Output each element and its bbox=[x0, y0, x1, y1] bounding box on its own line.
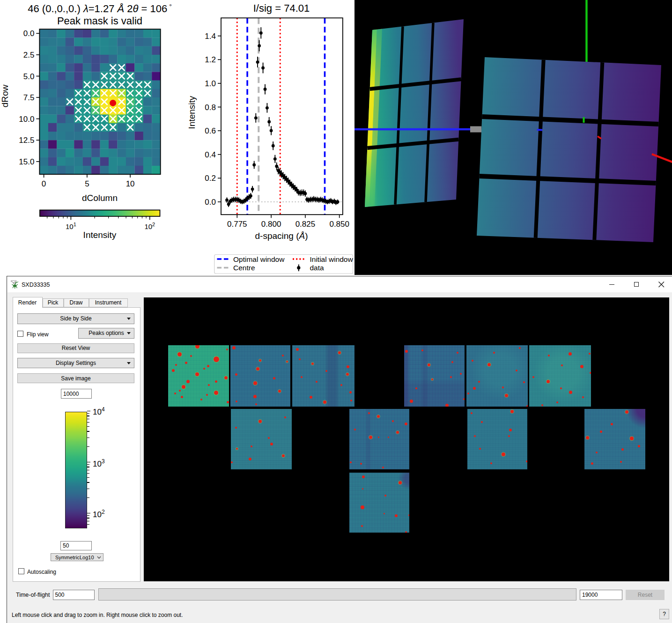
svg-text:101: 101 bbox=[66, 222, 76, 230]
svg-text:I/sig = 74.01: I/sig = 74.01 bbox=[253, 2, 310, 14]
svg-text:Peak mask is valid: Peak mask is valid bbox=[57, 15, 142, 27]
svg-text:0.8: 0.8 bbox=[205, 103, 216, 112]
svg-text:Initial window: Initial window bbox=[310, 255, 354, 263]
svg-text:102: 102 bbox=[144, 222, 155, 230]
svg-text:Optimal window: Optimal window bbox=[233, 255, 285, 263]
svg-text:10.0: 10.0 bbox=[19, 115, 34, 124]
svg-text:10: 10 bbox=[126, 179, 135, 188]
svg-text:12.5: 12.5 bbox=[19, 136, 34, 145]
svg-text:1.2: 1.2 bbox=[205, 55, 216, 64]
svg-text:0.6: 0.6 bbox=[205, 126, 216, 135]
svg-text:0.825: 0.825 bbox=[295, 220, 316, 229]
svg-text:1.4: 1.4 bbox=[205, 32, 216, 41]
svg-text:15.0: 15.0 bbox=[19, 157, 34, 166]
svg-text:0.850: 0.850 bbox=[329, 220, 349, 229]
svg-text:d-spacing (Å): d-spacing (Å) bbox=[255, 231, 308, 241]
svg-text:data: data bbox=[310, 264, 325, 272]
svg-text:0.4: 0.4 bbox=[205, 150, 216, 159]
svg-text:0.800: 0.800 bbox=[261, 220, 281, 229]
svg-text:dColumn: dColumn bbox=[82, 193, 118, 203]
svg-text:46 (0.,0.,0.) λ=1.27 Å 2θ = 10: 46 (0.,0.,0.) λ=1.27 Å 2θ = 106 ° bbox=[28, 3, 172, 15]
svg-text:Intensity: Intensity bbox=[187, 96, 197, 129]
svg-text:0: 0 bbox=[42, 179, 46, 188]
svg-text:0.0: 0.0 bbox=[205, 198, 216, 207]
svg-text:5: 5 bbox=[85, 179, 89, 188]
svg-text:Centre: Centre bbox=[233, 264, 255, 272]
svg-text:5.0: 5.0 bbox=[23, 72, 35, 81]
svg-text:0.2: 0.2 bbox=[205, 174, 216, 183]
svg-text:dRow: dRow bbox=[0, 84, 10, 107]
svg-text:0.775: 0.775 bbox=[227, 220, 247, 229]
svg-text:7.5: 7.5 bbox=[23, 93, 35, 102]
svg-text:2.5: 2.5 bbox=[23, 51, 35, 59]
svg-text:1.0: 1.0 bbox=[205, 79, 216, 88]
svg-text:Intensity: Intensity bbox=[83, 230, 117, 240]
svg-text:0.0: 0.0 bbox=[23, 29, 35, 38]
